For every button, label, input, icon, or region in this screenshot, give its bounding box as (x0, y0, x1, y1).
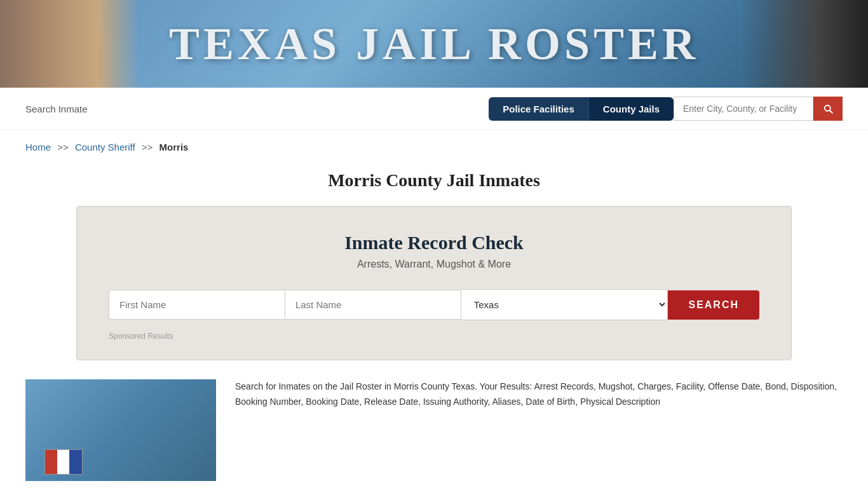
first-name-input[interactable] (109, 290, 285, 320)
site-title: TEXAS JAIL ROSTER (169, 18, 699, 71)
record-check-subtitle: Arrests, Warrant, Mugshot & More (109, 259, 759, 270)
location-image (25, 379, 216, 481)
sponsored-label: Sponsored Results (109, 332, 759, 341)
breadcrumb-current: Morris (159, 142, 189, 152)
last-name-input[interactable] (285, 290, 461, 320)
page-title: Morris County Jail Inmates (0, 170, 868, 191)
breadcrumb: Home >> County Sheriff >> Morris (0, 130, 868, 159)
breadcrumb-sep-1: >> (57, 142, 69, 152)
police-facilities-button[interactable]: Police Facilities (489, 97, 588, 121)
record-check-title: Inmate Record Check (109, 232, 759, 254)
record-search-button[interactable]: SEARCH (668, 290, 759, 320)
record-check-form: Texas Alabama Alaska Arizona Arkansas Ca… (109, 289, 759, 320)
nav-buttons: Police Facilities County Jails (489, 97, 843, 121)
county-jails-button[interactable]: County Jails (588, 97, 674, 121)
flag-decoration (44, 449, 83, 475)
banner-capitol-decoration (0, 0, 140, 88)
description-section: Search for Inmates on the Jail Roster in… (25, 379, 843, 488)
breadcrumb-county-sheriff-link[interactable]: County Sheriff (75, 142, 135, 152)
facility-search-button[interactable] (813, 97, 843, 121)
nav-bar: Search Inmate Police Facilities County J… (0, 88, 868, 130)
state-select[interactable]: Texas Alabama Alaska Arizona Arkansas Ca… (461, 289, 668, 320)
breadcrumb-home-link[interactable]: Home (25, 142, 51, 152)
record-check-section: Inmate Record Check Arrests, Warrant, Mu… (76, 206, 792, 360)
breadcrumb-sep-2: >> (142, 142, 153, 152)
banner-right-decoration (741, 0, 868, 88)
search-inmate-label: Search Inmate (25, 104, 88, 114)
search-icon (822, 103, 834, 114)
facility-search-input[interactable] (674, 97, 813, 121)
description-text: Search for Inmates on the Jail Roster in… (235, 379, 843, 481)
header-banner: TEXAS JAIL ROSTER (0, 0, 868, 88)
